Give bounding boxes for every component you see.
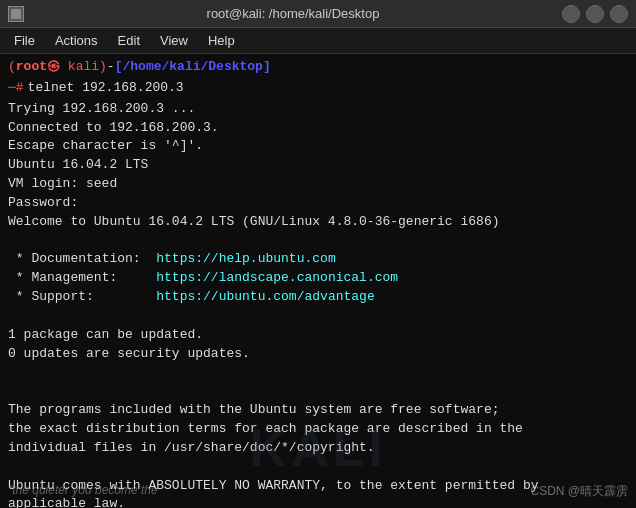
prompt-user: (root㉿ kali) <box>8 58 107 77</box>
menu-file[interactable]: File <box>6 31 43 50</box>
window-title: root@kali: /home/kali/Desktop <box>24 6 562 21</box>
bottom-bar: "the quieter you become the CSDN @晴天霹雳 <box>0 483 636 500</box>
menu-bar: File Actions Edit View Help <box>0 28 636 54</box>
prompt-line: (root㉿ kali) - [/home/kali/Desktop] <box>8 58 628 77</box>
minimize-button[interactable] <box>562 5 580 23</box>
command-line: ─# telnet 192.168.200.3 <box>8 79 628 98</box>
quote-text: "the quieter you become the <box>8 483 158 500</box>
command-text: telnet 192.168.200.3 <box>28 79 184 98</box>
menu-edit[interactable]: Edit <box>110 31 148 50</box>
title-bar: root@kali: /home/kali/Desktop <box>0 0 636 28</box>
terminal-icon <box>8 6 24 22</box>
maximize-button[interactable] <box>586 5 604 23</box>
window-controls <box>562 5 628 23</box>
close-button[interactable] <box>610 5 628 23</box>
prompt-hash: ─# <box>8 79 24 98</box>
prompt-dash: - <box>107 58 115 77</box>
terminal-output: Trying 192.168.200.3 ... Connected to 19… <box>8 100 628 508</box>
menu-view[interactable]: View <box>152 31 196 50</box>
menu-help[interactable]: Help <box>200 31 243 50</box>
svg-rect-0 <box>11 9 21 19</box>
menu-actions[interactable]: Actions <box>47 31 106 50</box>
terminal-window[interactable]: (root㉿ kali) - [/home/kali/Desktop] ─# t… <box>0 54 636 508</box>
csdn-credit: CSDN @晴天霹雳 <box>530 483 628 500</box>
prompt-dir: [/home/kali/Desktop] <box>115 58 271 77</box>
